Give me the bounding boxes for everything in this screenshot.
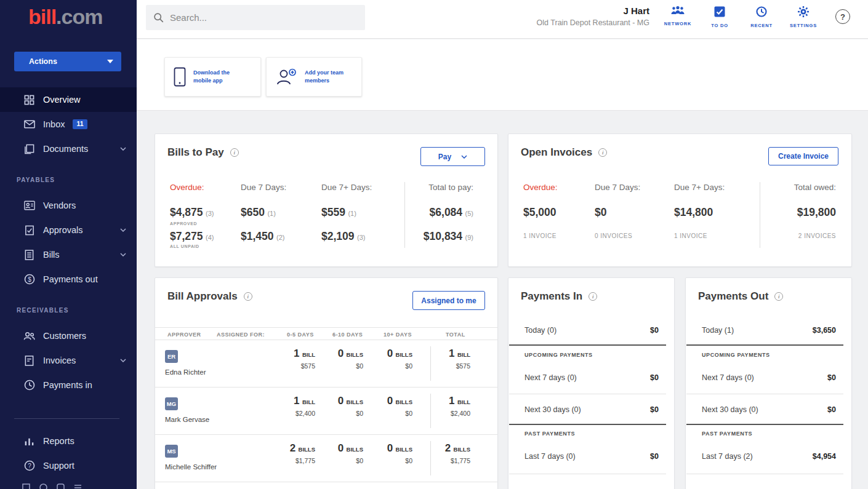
settings-gear-icon — [797, 6, 810, 20]
actions-button[interactable]: Actions — [14, 52, 121, 71]
next-30-days-row[interactable]: Next 30 days (0) $0 — [702, 405, 836, 414]
overdue-amount[interactable]: $5,000 — [523, 206, 557, 219]
sidebar: bill.com Actions Overview Inbox 11 Docum… — [0, 0, 137, 489]
row-amount: $0 — [827, 405, 836, 414]
approval-row[interactable]: MG Mark Gervase 1 BILL $2,400 0 BILLS $0… — [155, 388, 497, 435]
sidebar-item-payments-out[interactable]: $ Payments out — [0, 267, 137, 292]
last-7-days-row[interactable]: Last 7 days (0) $0 — [524, 452, 659, 461]
row-label: Next 30 days (0) — [702, 405, 758, 414]
next-7-days-row[interactable]: Next 7 days (0) $0 — [702, 373, 836, 382]
bill-unit: BILLS — [347, 399, 363, 405]
cell-0-5-days: 1 BILL $2,400 — [260, 395, 315, 417]
todo-button[interactable]: TO DO — [699, 6, 741, 28]
sidebar-item-customers[interactable]: Customers — [0, 324, 137, 348]
user-account-block[interactable]: J Hart Old Train Depot Restaurant - MG — [537, 6, 649, 27]
sidebar-item-bills[interactable]: Bills — [0, 242, 137, 267]
approval-row[interactable]: ER Edna Richter 1 BILL $575 0 BILLS $0 0… — [155, 340, 497, 388]
row-label: Last 7 days (0) — [524, 452, 576, 461]
bill-amount: $575 — [421, 362, 470, 370]
search-input[interactable] — [170, 12, 358, 23]
svg-text:$: $ — [28, 276, 31, 283]
sidebar-item-approvals[interactable]: Approvals — [0, 218, 137, 242]
info-icon[interactable]: i — [598, 148, 607, 157]
invoices-due7-column: Due 7 Days: $0 0 INVOICES — [595, 183, 669, 256]
footer-icon[interactable] — [57, 483, 65, 489]
chevron-down-icon — [120, 253, 126, 256]
row-divider — [686, 474, 843, 474]
assigned-to-me-button[interactable]: Assigned to me — [412, 291, 485, 310]
bill-approvals-card: Bill Approvals i Assigned to me APPROVER… — [155, 277, 498, 489]
create-invoice-button[interactable]: Create Invoice — [768, 147, 838, 165]
last-7-days-row[interactable]: Last 7 days (2) $4,954 — [702, 452, 836, 461]
sidebar-item-invoices[interactable]: Invoices — [0, 348, 137, 373]
recent-button[interactable]: RECENT — [741, 6, 782, 28]
overdue-amount-row1[interactable]: $4,875 (3) — [170, 206, 214, 219]
row-amount: $0 — [650, 373, 659, 382]
due7-amount-row2[interactable]: $1,450 (2) — [241, 230, 284, 243]
footer-icon[interactable] — [74, 483, 82, 489]
recent-clock-icon — [755, 6, 768, 20]
approver-name: Edna Richter — [165, 368, 206, 376]
card-title: Open Invoices i — [521, 146, 607, 159]
cell-total: 1 BILL $575 — [421, 348, 470, 370]
approver-name: Michelle Schiffer — [165, 463, 217, 471]
pay-button[interactable]: Pay — [420, 147, 485, 166]
today-row[interactable]: Today (0) $0 — [524, 326, 659, 335]
col-header-6-10-days: 6-10 DAYS — [332, 332, 363, 338]
bill-approvals-title: Bill Approvals — [167, 290, 238, 303]
info-icon[interactable]: i — [589, 292, 597, 301]
due7-amount[interactable]: $0 — [595, 206, 606, 219]
help-icon[interactable]: ? — [835, 9, 850, 24]
upcoming-payments-header: UPCOMING PAYMENTS — [702, 352, 770, 358]
overview-grid-icon — [23, 94, 35, 106]
row-label: Last 7 days (2) — [702, 452, 753, 461]
row-amount: $0 — [650, 405, 659, 414]
info-icon[interactable]: i — [774, 292, 783, 301]
sidebar-footer-icons — [22, 483, 82, 489]
chevron-down-icon — [120, 359, 126, 362]
total-amount-row2[interactable]: $10,834 (9) — [424, 230, 473, 243]
download-mobile-app-card[interactable]: Download the mobile app — [164, 57, 261, 97]
approval-row[interactable]: MS Michelle Schiffer 2 BILLS $1,775 0 BI… — [155, 435, 497, 482]
sidebar-item-vendors[interactable]: Vendors — [0, 193, 137, 218]
next-7-days-row[interactable]: Next 7 days (0) $0 — [524, 373, 659, 382]
column-divider — [404, 182, 405, 248]
sidebar-item-documents[interactable]: Documents — [0, 137, 137, 161]
add-team-members-card[interactable]: Add your team members — [266, 57, 362, 97]
bill-com-logo[interactable]: bill.com — [0, 0, 137, 29]
next-30-days-row[interactable]: Next 30 days (0) $0 — [524, 405, 659, 414]
due7plus-amount-row2[interactable]: $2,109 (3) — [321, 230, 365, 243]
sidebar-item-label: Payments out — [43, 274, 98, 284]
footer-icon[interactable] — [39, 483, 47, 489]
sidebar-item-inbox[interactable]: Inbox 11 — [0, 112, 137, 137]
total-amount-row1[interactable]: $6,084 (5) — [430, 206, 473, 219]
sidebar-item-support[interactable]: ? Support — [0, 453, 137, 478]
header-icon-bar: NETWORK TO DO RECENT SETTINGS — [657, 6, 824, 28]
overdue-amount-row2[interactable]: $7,275 (4) — [170, 230, 214, 243]
due7plus-amount[interactable]: $14,800 — [674, 206, 713, 219]
payments-out-title: Payments Out — [698, 290, 768, 303]
bill-unit: BILL — [457, 399, 470, 405]
sidebar-item-payments-in[interactable]: Payments in — [0, 373, 137, 397]
sidebar-section-payables: PAYABLES — [0, 173, 137, 186]
sidebar-item-label: Bills — [43, 250, 60, 260]
info-icon[interactable]: i — [230, 148, 239, 157]
open-invoices-title: Open Invoices — [521, 146, 592, 159]
network-button[interactable]: NETWORK — [657, 6, 699, 28]
settings-button[interactable]: SETTINGS — [782, 6, 824, 28]
amount: $7,275 — [170, 230, 203, 242]
amount: $6,084 — [430, 206, 463, 218]
sidebar-item-overview[interactable]: Overview — [0, 87, 137, 112]
avatar: MG — [165, 397, 178, 410]
footer-icon[interactable] — [22, 483, 30, 489]
count: (9) — [465, 234, 473, 241]
info-icon[interactable]: i — [244, 292, 252, 301]
open-invoices-card: Open Invoices i Create Invoice Overdue: … — [508, 133, 852, 267]
search-box[interactable] — [146, 5, 365, 30]
today-row[interactable]: Today (1) $3,650 — [702, 326, 836, 335]
due7plus-amount-row1[interactable]: $559 (1) — [321, 206, 356, 219]
total-owed-amount[interactable]: $19,800 — [797, 206, 836, 219]
sidebar-item-reports[interactable]: Reports — [0, 429, 137, 453]
due7-amount-row1[interactable]: $650 (1) — [241, 206, 276, 219]
avatar: ER — [165, 350, 178, 363]
